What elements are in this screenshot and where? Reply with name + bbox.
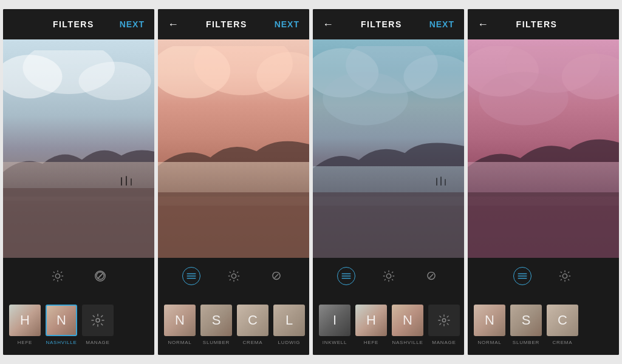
svg-line-51 (392, 272, 393, 273)
filter-normal-2[interactable]: N NORMAL (163, 305, 197, 345)
threads-icon-3[interactable] (337, 267, 355, 285)
filter-label-hefe-1: HEFE (18, 340, 33, 345)
filter-label-crema-4: CREMA (553, 340, 573, 345)
filter-thumb-ludwig-2: L (273, 305, 305, 336)
svg-line-52 (429, 274, 433, 278)
filters-bar-2: N NORMAL S SLUMBER C CREMA L LUDWIG (158, 294, 309, 355)
svg-line-16 (98, 274, 102, 278)
filter-label-hefe-3: HEFE (364, 340, 379, 345)
filters-title-3: FILTERS (361, 19, 402, 29)
phone-screen-1: FILTERS NEXT (3, 9, 154, 355)
back-button-3[interactable]: ← (323, 18, 333, 31)
filters-bar-3: I INKWELL H HEFE N NASHVILLE MANAGE (313, 294, 464, 355)
photo-area-3 (313, 39, 464, 258)
filters-bar-4: N NORMAL S SLUMBER C CREMA (468, 294, 619, 355)
svg-line-49 (392, 279, 393, 280)
filter-thumb-nashville-3: N (392, 305, 423, 336)
filter-thumb-slumber-2: S (200, 305, 232, 336)
brightness-icon-3[interactable] (380, 267, 398, 285)
vignette-icon-3[interactable] (422, 267, 440, 285)
toolbar-1 (3, 258, 154, 294)
screenshots-container: FILTERS NEXT (3, 9, 619, 355)
top-bar-3: ← FILTERS NEXT (313, 9, 464, 39)
filters-title-1: FILTERS (53, 19, 94, 29)
back-button-4[interactable]: ← (477, 18, 488, 31)
filter-slumber-2[interactable]: S SLUMBER (199, 305, 233, 345)
filters-title-4: FILTERS (516, 19, 558, 29)
filter-thumb-slumber-4: S (510, 305, 542, 336)
filter-label-normal-2: NORMAL (168, 340, 191, 345)
filter-nashville-3[interactable]: N NASHVILLE (391, 305, 425, 345)
threads-icon-2[interactable] (182, 267, 200, 285)
filter-label-inkwell-3: INKWELL (323, 340, 347, 345)
filter-thumb-manage-3 (428, 305, 460, 336)
filter-label-nashville-1: NASHVILLE (46, 340, 77, 345)
filter-normal-4[interactable]: N NORMAL (473, 305, 507, 345)
filter-manage-3[interactable]: MANAGE (427, 305, 461, 345)
brightness-icon-2[interactable] (225, 267, 243, 285)
svg-point-17 (96, 318, 100, 322)
filter-thumb-manage-1 (82, 305, 114, 336)
filter-label-crema-2: CREMA (243, 340, 263, 345)
svg-point-25 (231, 274, 236, 278)
svg-line-11 (53, 279, 54, 280)
brightness-icon-4[interactable] (556, 267, 574, 285)
top-bar-4: ← FILTERS (468, 9, 619, 39)
svg-rect-35 (313, 192, 464, 258)
svg-rect-18 (158, 192, 309, 258)
filter-nashville-1[interactable]: N NASHVILLE (44, 305, 78, 345)
svg-line-68 (568, 279, 569, 280)
photo-area-2 (158, 39, 309, 258)
svg-point-62 (562, 274, 567, 278)
svg-line-32 (229, 279, 230, 280)
svg-line-33 (237, 272, 238, 273)
svg-rect-0 (3, 188, 154, 258)
svg-line-34 (275, 274, 278, 278)
svg-line-30 (229, 272, 230, 273)
svg-line-10 (61, 279, 62, 280)
toolbar-4 (468, 258, 619, 294)
top-bar-2: ← FILTERS NEXT (158, 9, 309, 39)
next-button-2[interactable]: NEXT (275, 19, 299, 29)
back-button-2[interactable]: ← (168, 18, 179, 31)
filter-slumber-4[interactable]: S SLUMBER (509, 305, 543, 345)
top-bar-1: FILTERS NEXT (3, 9, 154, 39)
filter-crema-4[interactable]: C CREMA (545, 305, 579, 345)
filter-inkwell-3[interactable]: I INKWELL (318, 305, 352, 345)
vignette-icon-1[interactable] (91, 267, 109, 285)
svg-point-43 (386, 274, 391, 278)
svg-line-67 (560, 272, 561, 273)
svg-point-39 (323, 72, 408, 125)
filter-manage-1[interactable]: MANAGE (81, 305, 115, 345)
filter-ludwig-2[interactable]: L LUDWIG (272, 305, 306, 345)
filters-bar-1: H HEFE N NASHVILLE MANAGE (3, 294, 154, 355)
filter-thumb-normal-2: N (164, 305, 196, 336)
svg-rect-54 (468, 192, 619, 258)
toolbar-2 (158, 258, 309, 294)
svg-line-12 (61, 272, 62, 273)
next-button-1[interactable]: NEXT (120, 19, 145, 29)
svg-line-50 (384, 279, 385, 280)
svg-point-53 (442, 318, 446, 322)
phone-screen-4: ← FILTERS (468, 9, 619, 355)
filter-label-slumber-4: SLUMBER (513, 340, 539, 345)
phone-screen-3: ← FILTERS NEXT (313, 9, 464, 355)
filter-label-ludwig-2: LUDWIG (278, 340, 301, 345)
filter-hefe-1[interactable]: H HEFE (8, 305, 42, 345)
brightness-icon-1[interactable] (49, 267, 67, 285)
threads-icon-4[interactable] (513, 267, 531, 285)
filters-title-2: FILTERS (206, 19, 247, 29)
filter-thumb-nashville-1: N (46, 305, 77, 336)
filter-thumb-crema-4: C (547, 305, 578, 336)
filter-crema-2[interactable]: C CREMA (236, 305, 270, 345)
photo-area-1 (3, 39, 154, 258)
vignette-icon-2[interactable] (267, 267, 285, 285)
filter-thumb-inkwell-3: I (319, 305, 350, 336)
next-button-3[interactable]: NEXT (429, 19, 454, 29)
filter-label-normal-4: NORMAL (477, 340, 501, 345)
filter-thumb-hefe-3: H (355, 305, 387, 336)
filter-hefe-3[interactable]: H HEFE (354, 305, 388, 345)
filter-thumb-crema-2: C (237, 305, 268, 336)
phone-screen-2: ← FILTERS NEXT (158, 9, 309, 355)
svg-point-58 (479, 72, 568, 125)
